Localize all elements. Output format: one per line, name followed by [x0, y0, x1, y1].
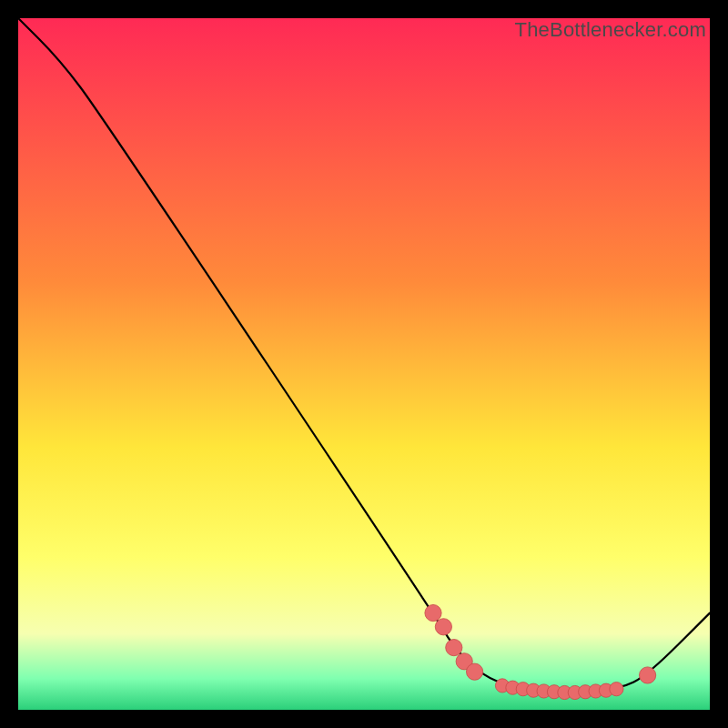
- bottleneck-curve: [18, 18, 710, 710]
- data-point: [425, 604, 441, 621]
- data-point: [610, 682, 623, 696]
- data-point: [446, 639, 462, 655]
- chart-frame: TheBottlenecker.com: [18, 18, 710, 710]
- data-point: [435, 619, 451, 635]
- watermark-text: TheBottlenecker.com: [515, 18, 706, 42]
- data-point: [466, 663, 482, 680]
- data-point: [639, 667, 655, 683]
